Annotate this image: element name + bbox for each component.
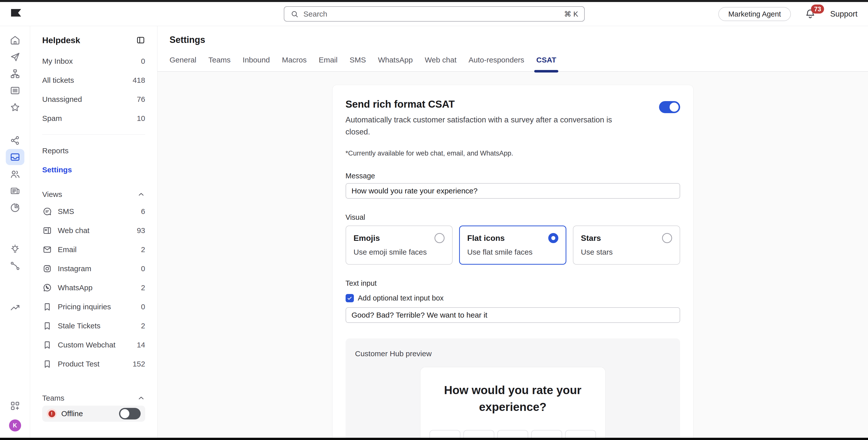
rail-growth-button[interactable]: [6, 299, 24, 315]
count-badge: 2: [141, 321, 145, 330]
sidebar-item-settings[interactable]: Settings: [36, 160, 151, 179]
rating-very-happy-button[interactable]: [565, 430, 596, 438]
views-section-header[interactable]: Views: [36, 187, 151, 202]
rail-send-button[interactable]: [6, 48, 24, 65]
org-chart-icon: [9, 68, 21, 79]
teams-section-header[interactable]: Teams: [36, 391, 151, 406]
collapse-panel-icon[interactable]: [136, 36, 145, 45]
settings-content: Send rich format CSAT Automatically trac…: [157, 72, 868, 438]
tab-web-chat[interactable]: Web chat: [425, 56, 456, 71]
view-item-stale-tickets[interactable]: Stale Tickets 2: [36, 316, 151, 335]
app-logo[interactable]: [11, 9, 21, 16]
view-item-whatsapp[interactable]: WhatsApp 2: [36, 278, 151, 297]
rating-sad-button[interactable]: [463, 430, 494, 438]
preview-question: How would you rate your experience?: [438, 382, 588, 415]
rail-favorites-button[interactable]: [6, 99, 24, 116]
bookmark-icon: [42, 359, 52, 369]
customer-hub-preview: Customer Hub preview How would you rate …: [346, 338, 680, 438]
count-badge: 6: [141, 207, 145, 216]
count-badge: 10: [137, 114, 145, 123]
rating-neutral-button[interactable]: [497, 430, 528, 438]
rail-flows-button[interactable]: [6, 65, 24, 82]
view-item-web-chat[interactable]: Web chat 93: [36, 221, 151, 240]
sms-bubble-icon: [42, 206, 52, 216]
helpdesk-sidebar: Helpdesk My Inbox 0 All tickets 418 Unas…: [30, 26, 157, 438]
view-item-instagram[interactable]: Instagram 0: [36, 259, 151, 278]
sidebar-title: Helpdesk: [42, 35, 80, 45]
grid-plus-icon: [9, 400, 21, 411]
availability-status-label: Offline: [61, 409, 83, 418]
tab-teams[interactable]: Teams: [209, 56, 230, 71]
sidebar-item-spam[interactable]: Spam 10: [36, 109, 151, 128]
users-icon: [9, 169, 21, 180]
rail-journal-button[interactable]: [6, 82, 24, 99]
webchat-panel-icon: [42, 226, 52, 236]
radio-unchecked-icon[interactable]: [434, 233, 444, 243]
radio-unchecked-icon[interactable]: [662, 233, 672, 243]
tab-inbound[interactable]: Inbound: [243, 56, 270, 71]
window-top-strip: [0, 0, 868, 2]
sidebar-item-unassigned[interactable]: Unassigned 76: [36, 90, 151, 109]
rating-happy-button[interactable]: [531, 430, 562, 438]
search-input[interactable]: Search ⌘ K: [284, 6, 585, 22]
tab-email[interactable]: Email: [319, 56, 338, 71]
rail-contacts-button[interactable]: [6, 166, 24, 182]
count-badge: 418: [133, 76, 145, 84]
chevron-up-icon: [137, 394, 145, 402]
chevron-up-icon: [137, 191, 145, 198]
view-item-sms[interactable]: SMS 6: [36, 202, 151, 221]
optional-text-input[interactable]: [346, 307, 680, 323]
sidebar-item-all-tickets[interactable]: All tickets 418: [36, 71, 151, 90]
home-icon: [9, 35, 21, 46]
optional-text-checkbox[interactable]: [346, 294, 354, 302]
sidebar-item-reports[interactable]: Reports: [36, 141, 151, 160]
tab-macros[interactable]: Macros: [282, 56, 307, 71]
sidebar-item-my-inbox[interactable]: My Inbox 0: [36, 52, 151, 71]
bookmark-icon: [42, 340, 52, 350]
search-shortcut: ⌘ K: [564, 10, 578, 18]
tab-whatsapp[interactable]: WhatsApp: [378, 56, 413, 71]
message-label: Message: [346, 172, 680, 180]
availability-note: *Currently available for web chat, email…: [346, 149, 680, 157]
rail-reports-button[interactable]: [6, 199, 24, 216]
view-item-product-test[interactable]: Product Test 152: [36, 354, 151, 374]
offline-alert-icon: !: [47, 409, 57, 419]
rating-very-sad-button[interactable]: [430, 430, 460, 438]
rail-journeys-button[interactable]: [6, 258, 24, 274]
view-item-email[interactable]: Email 2: [36, 240, 151, 259]
count-badge: 0: [141, 303, 145, 311]
newspaper-icon: [9, 185, 21, 196]
rail-insights-button[interactable]: [6, 241, 24, 258]
visual-option-stars[interactable]: Stars Use stars: [573, 226, 680, 265]
rail-apps-button[interactable]: [6, 397, 24, 414]
count-badge: 76: [137, 95, 145, 104]
availability-toggle[interactable]: [119, 408, 141, 419]
rail-home-button[interactable]: [6, 32, 24, 48]
count-badge: 2: [141, 283, 145, 292]
tab-general[interactable]: General: [169, 56, 196, 71]
workspace-button[interactable]: Marketing Agent: [718, 7, 791, 21]
notification-count-badge: 73: [811, 4, 824, 13]
user-avatar[interactable]: K: [9, 419, 21, 432]
rail-connections-button[interactable]: [6, 132, 24, 149]
csat-enabled-toggle[interactable]: [659, 101, 680, 113]
whatsapp-icon: [42, 283, 52, 293]
visual-option-flat-icons[interactable]: Flat icons Use flat smile faces: [459, 226, 566, 265]
card-description: Automatically track customer satisfactio…: [346, 114, 634, 138]
inbox-icon: [9, 151, 21, 163]
tab-auto-responders[interactable]: Auto-responders: [469, 56, 524, 71]
tab-csat[interactable]: CSAT: [536, 56, 556, 71]
icon-rail: K: [0, 26, 30, 438]
notifications-button[interactable]: 73: [804, 8, 816, 20]
rail-news-button[interactable]: [6, 182, 24, 199]
radio-checked-icon[interactable]: [548, 233, 558, 243]
rail-inbox-button[interactable]: [6, 149, 24, 165]
count-badge: 0: [141, 264, 145, 273]
view-item-custom-webchat[interactable]: Custom Webchat 14: [36, 335, 151, 354]
support-link[interactable]: Support: [830, 9, 858, 19]
tab-sms[interactable]: SMS: [350, 56, 366, 71]
csat-settings-card: Send rich format CSAT Automatically trac…: [332, 85, 693, 438]
message-input[interactable]: [346, 183, 680, 199]
view-item-pricing-inquiries[interactable]: Pricing inquiries 0: [36, 297, 151, 316]
visual-option-emojis[interactable]: Emojis Use emoji smile faces: [346, 226, 453, 265]
